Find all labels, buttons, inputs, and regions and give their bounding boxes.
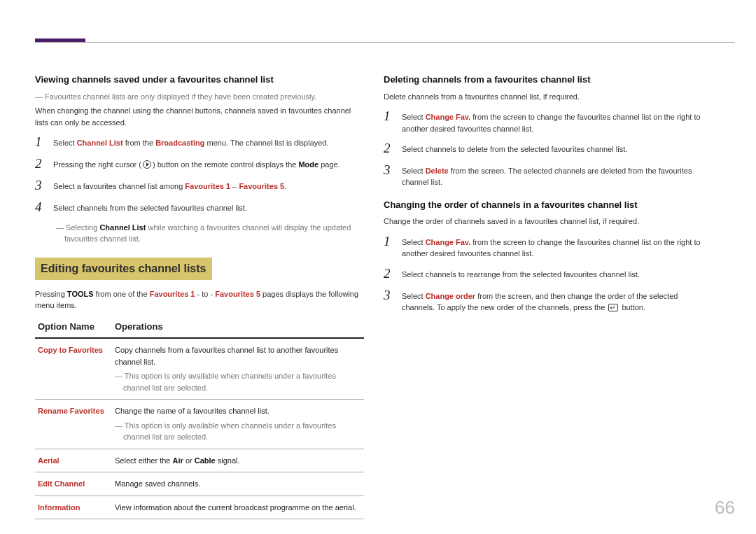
option-name: Copy to Favorites: [35, 338, 112, 400]
step-number: 3: [35, 178, 53, 193]
step-number: 2: [384, 267, 402, 281]
table-row: Information View information about the c…: [35, 496, 364, 519]
step-body: Select a favourites channel list among F…: [53, 178, 364, 193]
list-item: 3 Select Change order from the screen, a…: [384, 288, 713, 314]
th-option-name: Option Name: [35, 316, 112, 339]
step-body: Select Change order from the screen, and…: [402, 288, 713, 314]
step-body: Select Delete from the screen. The selec…: [402, 163, 713, 188]
option-name: Aerial: [35, 449, 112, 472]
step-body: Pressing the right cursor () button on t…: [53, 157, 364, 171]
list-item: 2 Pressing the right cursor () button on…: [35, 157, 364, 171]
step-body: Select channels to delete from the selec…: [402, 141, 713, 156]
step-number: 3: [384, 163, 402, 188]
option-desc: Copy channels from a favourites channel …: [112, 338, 364, 400]
heading-changing: Changing the order of channels in a favo…: [384, 198, 713, 212]
option-name: Edit Channel: [35, 472, 112, 496]
heading-editing: Editing favourites channel lists: [35, 258, 212, 280]
option-note: This option is only available when chann…: [115, 420, 361, 443]
options-table: Option Name Operations Copy to Favorites…: [35, 316, 364, 520]
step-number: 1: [384, 109, 402, 134]
note-viewing: Favourites channel lists are only displa…: [35, 91, 364, 103]
step-number: 4: [35, 200, 53, 215]
step-body: Select channels from the selected favour…: [53, 200, 364, 215]
table-row: Edit Channel Manage saved channels.: [35, 472, 364, 496]
changing-steps: 1 Select Change Fav. from the screen to …: [384, 234, 713, 314]
step-body: Select channels to rearrange from the se…: [402, 267, 713, 281]
table-header-row: Option Name Operations: [35, 316, 364, 339]
option-desc: Change the name of a favourites channel …: [112, 400, 364, 449]
table-row: Copy to Favorites Copy channels from a f…: [35, 338, 364, 400]
list-item: 3 Select Delete from the screen. The sel…: [384, 163, 713, 188]
step-body: Select Change Fav. from the screen to ch…: [402, 234, 713, 260]
step-number: 2: [384, 141, 402, 156]
option-desc: View information about the current broad…: [112, 496, 364, 519]
play-icon: [143, 160, 151, 169]
step-body: Select Channel List from the Broadcastin…: [53, 135, 364, 150]
list-item: 4 Select channels from the selected favo…: [35, 200, 364, 215]
intro-editing: Pressing TOOLS from one of the Favourite…: [35, 288, 364, 311]
list-item: 1 Select Change Fav. from the screen to …: [384, 109, 713, 134]
option-note: This option is only available when chann…: [115, 370, 361, 393]
heading-viewing: Viewing channels saved under a favourite…: [35, 73, 364, 87]
list-item: 3 Select a favourites channel list among…: [35, 178, 364, 193]
page-number: 66: [715, 494, 735, 521]
intro-deleting: Delete channels from a favourites channe…: [384, 91, 713, 103]
option-desc: Select either the Air or Cable signal.: [112, 449, 364, 472]
list-item: 2 Select channels to rearrange from the …: [384, 267, 713, 281]
list-item: 1 Select Change Fav. from the screen to …: [384, 234, 713, 260]
option-name: Rename Favorites: [35, 400, 112, 449]
step-number: 1: [35, 135, 53, 150]
list-item: 1 Select Channel List from the Broadcast…: [35, 135, 364, 150]
note-after-viewing: Selecting Channel List while watching a …: [56, 222, 364, 245]
th-operations: Operations: [112, 316, 364, 339]
table-row: Rename Favorites Change the name of a fa…: [35, 400, 364, 449]
header-rule: [35, 42, 735, 43]
deleting-steps: 1 Select Change Fav. from the screen to …: [384, 109, 713, 188]
right-column: Deleting channels from a favourites chan…: [384, 70, 713, 321]
intro-changing: Change the order of channels saved in a …: [384, 216, 713, 227]
intro-viewing: When changing the channel using the chan…: [35, 105, 364, 128]
viewing-steps: 1 Select Channel List from the Broadcast…: [35, 135, 364, 215]
list-item: 2 Select channels to delete from the sel…: [384, 141, 713, 156]
option-name: Information: [35, 496, 112, 519]
heading-deleting: Deleting channels from a favourites chan…: [384, 73, 713, 87]
table-row: Aerial Select either the Air or Cable si…: [35, 449, 364, 472]
step-number: 2: [35, 157, 53, 171]
step-number: 1: [384, 234, 402, 260]
step-number: 3: [384, 288, 402, 314]
step-body: Select Change Fav. from the screen to ch…: [402, 109, 713, 134]
enter-icon: [608, 304, 618, 311]
left-column: Viewing channels saved under a favourite…: [35, 70, 364, 519]
option-desc: Manage saved channels.: [112, 472, 364, 496]
